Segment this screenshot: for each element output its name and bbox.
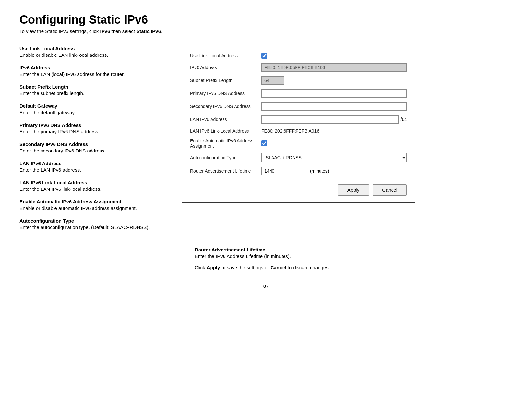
term-autoconfig: Autoconfiguration Type xyxy=(19,218,169,224)
field-lan-link-local: FE80::202:6FFF:FEFB:A016 xyxy=(261,128,407,134)
desc-lan-ipv6: LAN IPv6 Address Enter the LAN IPv6 addr… xyxy=(19,161,169,173)
def-ipv6-address: Enter the LAN (local) IPv6 address for t… xyxy=(19,71,169,77)
value-lan-link-local: FE80::202:6FFF:FEFB:A016 xyxy=(261,128,319,134)
field-router-adv: (minutes) xyxy=(261,167,407,175)
cancel-button[interactable]: Cancel xyxy=(373,184,407,196)
term-default-gateway: Default Gateway xyxy=(19,103,169,109)
def-primary-dns: Enter the primary IPv6 DNS address. xyxy=(19,129,169,134)
desc-subnet-prefix: Subnet Prefix Length Enter the subnet pr… xyxy=(19,84,169,96)
term-lan-ipv6: LAN IPv6 Address xyxy=(19,161,169,166)
lan-ipv6-suffix: /64 xyxy=(401,117,407,122)
input-lan-ipv6[interactable] xyxy=(261,115,399,124)
term-secondary-dns: Secondary IPv6 DNS Address xyxy=(19,141,169,147)
label-enable-auto: Enable Automatic IPv6 Address Assignment xyxy=(190,138,258,149)
desc-primary-dns: Primary IPv6 DNS Address Enter the prima… xyxy=(19,122,169,134)
bottom-term-router-adv: Router Advertisement Lifetime xyxy=(195,247,513,252)
desc-autoconfig: Autoconfiguration Type Enter the autocon… xyxy=(19,218,169,230)
label-lan-ipv6: LAN IPv6 Address xyxy=(190,117,258,122)
label-subnet-prefix: Subnet Prefix Length xyxy=(190,78,258,83)
input-ipv6-address[interactable] xyxy=(261,63,407,72)
term-use-link-local: Use Link-Local Address xyxy=(19,46,169,51)
row-use-link-local: Use Link-Local Address xyxy=(190,53,407,59)
def-enable-auto: Enable or disable automatic IPv6 address… xyxy=(19,205,169,211)
bottom-right: Router Advertisement Lifetime Enter the … xyxy=(195,247,513,270)
def-lan-ipv6: Enter the LAN IPv6 address. xyxy=(19,167,169,173)
label-autoconfig: Autoconfiguration Type xyxy=(190,155,258,160)
label-use-link-local: Use Link-Local Address xyxy=(190,53,258,58)
input-subnet-prefix[interactable] xyxy=(261,76,284,85)
field-use-link-local xyxy=(261,53,407,59)
desc-lan-link-local: LAN IPv6 Link-Local Address Enter the LA… xyxy=(19,180,169,192)
term-ipv6-address: IPv6 Address xyxy=(19,65,169,70)
bottom-section: Router Advertisement Lifetime Enter the … xyxy=(19,247,513,270)
desc-enable-auto: Enable Automatic IPv6 Address Assignment… xyxy=(19,199,169,211)
row-enable-auto: Enable Automatic IPv6 Address Assignment xyxy=(190,138,407,149)
input-secondary-dns[interactable] xyxy=(261,102,407,111)
label-router-adv: Router Advertisement Lifetime xyxy=(190,168,258,174)
checkbox-use-link-local[interactable] xyxy=(261,53,267,59)
field-enable-auto xyxy=(261,140,407,146)
row-lan-ipv6: LAN IPv6 Address /64 xyxy=(190,115,407,124)
term-lan-link-local: LAN IPv6 Link-Local Address xyxy=(19,180,169,185)
term-subnet-prefix: Subnet Prefix Length xyxy=(19,84,169,90)
button-row: Apply Cancel xyxy=(190,184,407,196)
bottom-def-router-adv: Enter the IPv6 Address Lifetime (in minu… xyxy=(195,253,513,259)
label-lan-link-local: LAN IPv6 Link-Local Address xyxy=(190,128,258,134)
def-lan-link-local: Enter the LAN IPv6 link-local address. xyxy=(19,186,169,192)
row-router-adv: Router Advertisement Lifetime (minutes) xyxy=(190,167,407,175)
bottom-desc-router-adv: Router Advertisement Lifetime Enter the … xyxy=(195,247,513,259)
page-subtitle: To view the Static IPv6 settings, click … xyxy=(19,29,513,34)
checkbox-enable-auto[interactable] xyxy=(261,140,267,146)
page-number: 87 xyxy=(19,283,513,289)
apply-note: Click Apply to save the settings or Canc… xyxy=(195,265,513,270)
row-ipv6-address: IPv6 Address xyxy=(190,63,407,72)
label-ipv6-address: IPv6 Address xyxy=(190,65,258,70)
def-secondary-dns: Enter the secondary IPv6 DNS address. xyxy=(19,148,169,153)
apply-button[interactable]: Apply xyxy=(338,184,369,196)
desc-default-gateway: Default Gateway Enter the default gatewa… xyxy=(19,103,169,115)
label-primary-dns: Primary IPv6 DNS Address xyxy=(190,91,258,96)
def-autoconfig: Enter the autoconfiguration type. (Defau… xyxy=(19,225,169,230)
input-primary-dns[interactable] xyxy=(261,89,407,98)
field-primary-dns xyxy=(261,89,407,98)
select-autoconfig[interactable]: SLAAC + RDNSS SLAAC Stateful DHCPv6 xyxy=(261,153,407,162)
row-lan-link-local: LAN IPv6 Link-Local Address FE80::202:6F… xyxy=(190,128,407,134)
field-secondary-dns xyxy=(261,102,407,111)
term-primary-dns: Primary IPv6 DNS Address xyxy=(19,122,169,128)
term-enable-auto: Enable Automatic IPv6 Address Assignment xyxy=(19,199,169,204)
row-autoconfig: Autoconfiguration Type SLAAC + RDNSS SLA… xyxy=(190,153,407,162)
form-panel: Use Link-Local Address IPv6 Address Subn… xyxy=(182,46,415,203)
left-descriptions: Use Link-Local Address Enable or disable… xyxy=(19,46,169,237)
field-subnet-prefix xyxy=(261,76,407,85)
desc-use-link-local: Use Link-Local Address Enable or disable… xyxy=(19,46,169,58)
def-default-gateway: Enter the default gateway. xyxy=(19,110,169,115)
field-lan-ipv6: /64 xyxy=(261,115,407,124)
input-router-adv[interactable] xyxy=(261,167,307,175)
row-primary-dns: Primary IPv6 DNS Address xyxy=(190,89,407,98)
page-title: Configuring Static IPv6 xyxy=(19,13,513,27)
field-autoconfig: SLAAC + RDNSS SLAAC Stateful DHCPv6 xyxy=(261,153,407,162)
field-ipv6-address xyxy=(261,63,407,72)
row-secondary-dns: Secondary IPv6 DNS Address xyxy=(190,102,407,111)
label-secondary-dns: Secondary IPv6 DNS Address xyxy=(190,104,258,109)
bottom-left xyxy=(19,247,169,270)
def-use-link-local: Enable or disable LAN link-local address… xyxy=(19,52,169,58)
row-subnet-prefix: Subnet Prefix Length xyxy=(190,76,407,85)
minutes-label: (minutes) xyxy=(310,168,329,174)
desc-secondary-dns: Secondary IPv6 DNS Address Enter the sec… xyxy=(19,141,169,153)
desc-ipv6-address: IPv6 Address Enter the LAN (local) IPv6 … xyxy=(19,65,169,77)
def-subnet-prefix: Enter the subnet prefix length. xyxy=(19,91,169,96)
